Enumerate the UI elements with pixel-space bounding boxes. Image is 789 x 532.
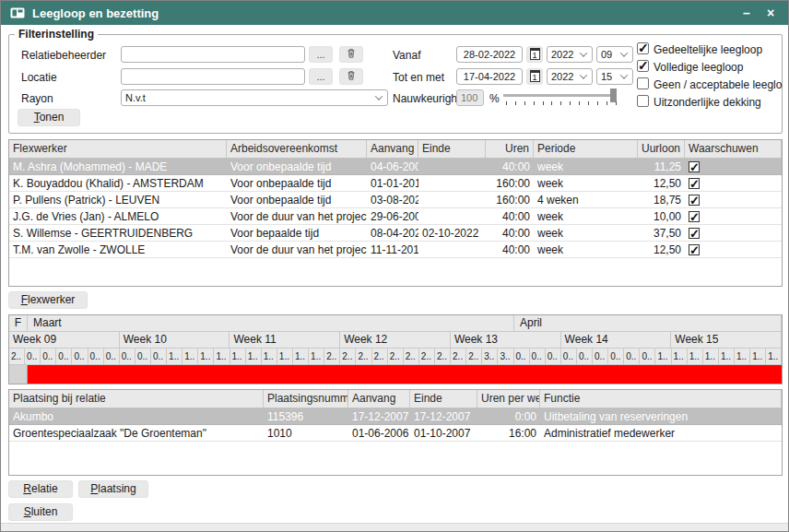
relatiebeheerder-browse-button[interactable]: ... (309, 46, 333, 63)
plaatsing-row-groenteman[interactable]: Groentespeciaalzaak "De Groenteman" 1010… (9, 425, 782, 442)
cell-flexwerker: T.M. van Zwolle - ZWOLLE (9, 242, 227, 257)
cell-flexwerker: J.G. de Vries (Jan) - ALMELO (9, 208, 227, 224)
col-periode[interactable]: Periode (534, 140, 638, 158)
tot-en-met-calendar-button[interactable]: 1 (526, 68, 543, 85)
col-einde[interactable]: Einde (418, 140, 486, 158)
minimize-button[interactable]: – (735, 1, 759, 25)
rayon-value: N.v.t (125, 92, 146, 103)
rayon-select[interactable]: N.v.t (121, 89, 388, 106)
col-flexwerker[interactable]: Flexwerker (9, 140, 227, 158)
col-uren[interactable]: Uren (486, 140, 534, 158)
vanaf-week-select[interactable]: 09 (596, 46, 633, 63)
cell-periode: week (534, 159, 638, 174)
timeline-day-cell: 1.. (183, 349, 198, 364)
flexwerker-row-bouyaddou[interactable]: K. Bouyaddou (Khalid) - AMSTERDAM Voor o… (9, 175, 782, 192)
title-bar[interactable]: Leegloop en bezetting – × (1, 1, 788, 25)
chevron-down-icon (580, 49, 587, 56)
cell-relatie: Groentespeciaalzaak "De Groenteman" (9, 425, 264, 441)
vanaf-label: Vanaf (393, 48, 420, 63)
relatiebeheerder-clear-button[interactable] (339, 46, 363, 63)
cell-einde (418, 242, 486, 257)
plaatsing-row-akumbo[interactable]: Akumbo 115396 17-12-2007 17-12-2007 0:00… (9, 408, 782, 425)
vanaf-date-input[interactable]: 28-02-2022 (456, 46, 523, 63)
timeline-day-cell: 2.. (419, 349, 435, 364)
volledige-leegloop-checkbox[interactable] (637, 60, 649, 72)
geen-acceptabele-leegloop-checkbox[interactable] (637, 77, 649, 89)
locatie-input[interactable] (121, 68, 305, 85)
timeline-day-cell: 0.. (120, 349, 135, 364)
flexwerker-row-willemse[interactable]: S. Willemse - GEERTRUIDENBERG Voor bepaa… (9, 225, 782, 242)
col-uurloon[interactable]: Uurloon (638, 140, 685, 158)
col-einde[interactable]: Einde (410, 390, 477, 408)
window-title: Leegloop en bezetting (32, 6, 159, 20)
cell-arbeidsovereenkomst: Voor onbepaalde tijd (227, 192, 367, 207)
waarschuwen-checkbox[interactable] (689, 244, 700, 255)
timeline-day-cell: 1.. (735, 349, 750, 364)
cell-einde (418, 175, 486, 191)
flexwerker-row-devries[interactable]: J.G. de Vries (Jan) - ALMELO Voor de duu… (9, 208, 782, 225)
col-aanvang[interactable]: Aanvang (348, 390, 410, 408)
tot-en-met-date-input[interactable]: 17-04-2022 (456, 68, 523, 85)
gedeeltelijke-leegloop-checkbox[interactable] (637, 42, 649, 54)
chevron-down-icon (620, 49, 628, 56)
vanaf-year-value: 2022 (551, 49, 573, 60)
cell-plaatsingsnummer: 1010 (264, 425, 348, 441)
flexwerker-row-pullens[interactable]: P. Pullens (Patrick) - LEUVEN Voor onbep… (9, 192, 782, 208)
tonen-button[interactable]: Tonen (18, 109, 80, 126)
tot-en-met-week-select[interactable]: 15 (596, 68, 633, 85)
flexwerker-button[interactable]: Flexwerker (8, 291, 88, 309)
col-waarschuwen[interactable]: Waarschuwen (685, 140, 782, 158)
volledige-leegloop-bar[interactable] (28, 365, 782, 384)
waarschuwen-checkbox[interactable] (689, 228, 700, 239)
col-plaatsing-bij-relatie[interactable]: Plaatsing bij relatie (9, 390, 264, 408)
timeline-week-cell: Week 11 (230, 332, 340, 348)
col-plaatsingsnummer[interactable]: Plaatsingsnummer (264, 390, 348, 408)
col-uren-per-week[interactable]: Uren per we... (477, 390, 540, 408)
cell-periode: week (534, 225, 638, 241)
col-functie[interactable]: Functie (540, 390, 782, 408)
relatiebeheerder-input[interactable] (121, 46, 305, 63)
locatie-browse-button[interactable]: ... (309, 68, 333, 85)
cell-einde (418, 208, 486, 224)
waarschuwen-checkbox[interactable] (689, 161, 700, 172)
timeline-day-cell: 3.. (498, 349, 513, 364)
vanaf-calendar-button[interactable]: 1 (526, 46, 543, 63)
cell-aanvang: 11-11-2011 (367, 242, 418, 257)
relatiebeheerder-label: Relatiebeheerder (21, 48, 106, 63)
waarschuwen-checkbox[interactable] (689, 211, 700, 222)
cell-aanvang: 17-12-2007 (348, 408, 410, 424)
vanaf-year-select[interactable]: 2022 (547, 46, 593, 63)
timeline-week-cell: Week 09 (9, 332, 120, 348)
volledige-leegloop-label: Volledige leegloop (654, 60, 743, 75)
flexwerker-row-vanzwolle[interactable]: T.M. van Zwolle - ZWOLLE Voor de duur va… (9, 242, 782, 258)
cell-arbeidsovereenkomst: Voor onbepaalde tijd (227, 159, 367, 174)
tot-en-met-year-select[interactable]: 2022 (547, 68, 593, 85)
nauwkeurigheid-slider-thumb[interactable] (610, 89, 617, 102)
timeline-day-cell: 0.. (561, 349, 577, 364)
close-button[interactable]: × (759, 1, 783, 25)
flexwerker-row-ashra[interactable]: M. Ashra (Mohammed) - MADE Voor onbepaal… (9, 159, 782, 175)
timeline-week-row: Week 09Week 10Week 11Week 12Week 13Week … (9, 332, 782, 349)
plaatsing-button[interactable]: Plaatsing (78, 480, 148, 498)
gedeeltelijke-leegloop-label: Gedeeltelijke leegloop (654, 42, 762, 57)
percent-label: % (489, 91, 500, 106)
cell-uren: 40:00 (486, 225, 534, 241)
cell-uren: 40:00 (486, 208, 534, 224)
waarschuwen-checkbox[interactable] (689, 178, 700, 189)
col-arbeidsovereenkomst[interactable]: Arbeidsovereenkomst (227, 140, 367, 158)
waarschuwen-checkbox[interactable] (689, 195, 700, 206)
uitzonderlijke-dekking-checkbox[interactable] (637, 95, 649, 107)
timeline-day-cell: 0.. (151, 349, 167, 364)
timeline-day-cell: 0.. (624, 349, 640, 364)
col-aanvang[interactable]: Aanvang (367, 140, 418, 158)
nauwkeurigheid-slider-track[interactable] (503, 94, 617, 97)
slider-tick-marks (506, 101, 617, 105)
sluiten-button[interactable]: Sluiten (8, 503, 73, 521)
relatie-button[interactable]: Relatie (8, 480, 73, 498)
timeline-day-cell: 0.. (25, 349, 41, 364)
cell-uren: 40:00 (486, 159, 534, 174)
timeline-day-cell: 0.. (135, 349, 151, 364)
tot-en-met-label: Tot en met (393, 70, 444, 85)
locatie-clear-button[interactable] (339, 68, 363, 85)
cell-aanvang: 29-06-2009 (367, 208, 418, 224)
